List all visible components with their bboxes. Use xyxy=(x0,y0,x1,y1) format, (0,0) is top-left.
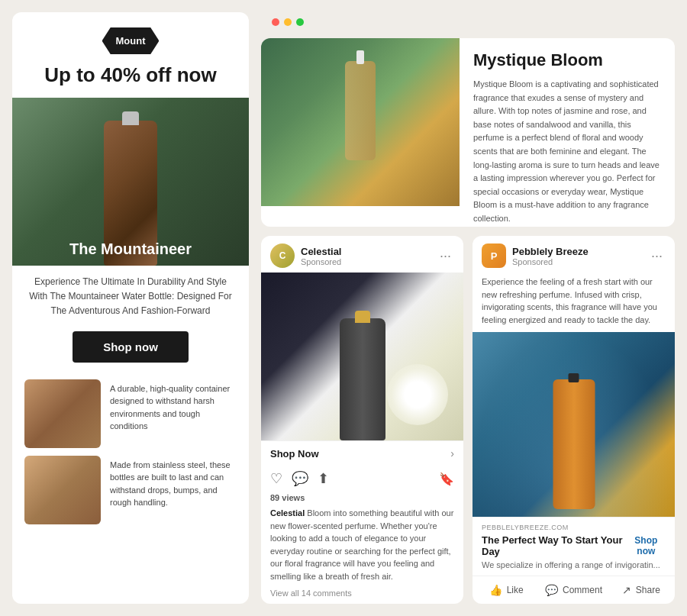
product-thumbnail-1 xyxy=(24,379,101,448)
pebblely-description: Experience the feeling of a fresh start … xyxy=(473,273,675,332)
chevron-right-icon: › xyxy=(450,447,454,460)
hero-image: The Mountaineer xyxy=(12,98,249,266)
mystique-bottle xyxy=(345,61,376,160)
mystique-info: Mystique Bloom Mystique Bloom is a capti… xyxy=(460,38,675,227)
like-label: Like xyxy=(507,585,524,595)
celestial-body-text: Celestial Bloom into something beautiful… xyxy=(261,504,463,587)
product-row-1: A durable, high-quality container design… xyxy=(12,372,249,448)
pebblely-more-button[interactable]: ··· xyxy=(648,248,666,264)
pebblely-image xyxy=(473,332,675,517)
celestial-bottle xyxy=(340,318,385,440)
pebblely-header-text: Pebblely Breeze Sponsored xyxy=(512,246,642,266)
comment-label: Comment xyxy=(563,585,602,595)
pebblely-brand: Pebblely Breeze xyxy=(512,246,642,257)
left-panel: Mount Up to 40% off now The Mountaineer … xyxy=(12,12,249,604)
mystique-description: Mystique Bloom is a captivating and soph… xyxy=(473,78,661,226)
share-icon[interactable]: ⬆ xyxy=(318,470,329,487)
pebblely-card: P Pebblely Breeze Sponsored ··· Experien… xyxy=(473,236,675,604)
comment-icon[interactable]: 💬 xyxy=(292,470,308,487)
share-button[interactable]: ↗ Share xyxy=(608,581,675,599)
shop-now-button[interactable]: Shop now xyxy=(73,331,189,363)
mystique-card: Mystique Bloom Mystique Bloom is a capti… xyxy=(261,38,675,227)
pebblely-sponsored: Sponsored xyxy=(512,257,642,266)
pebblely-bottle xyxy=(553,379,595,509)
pebblely-title-row: The Perfect Way To Start Your Day Shop n… xyxy=(482,534,666,557)
mystique-top: Mystique Bloom Mystique Bloom is a capti… xyxy=(261,38,675,227)
celestial-body-content: Bloom into something beautiful with our … xyxy=(270,508,453,581)
mystique-title: Mystique Bloom xyxy=(473,50,661,70)
celestial-actions: ♡ 💬 ⬆ 🔖 xyxy=(261,466,463,492)
pebblely-bottom: PEBBLELYBREEZE.COM The Perfect Way To St… xyxy=(473,517,675,576)
views-count: 89 views xyxy=(261,492,463,504)
celestial-card: C Celestial Sponsored ··· Shop Now › ♡ 💬… xyxy=(261,236,463,604)
bottom-row: C Celestial Sponsored ··· Shop Now › ♡ 💬… xyxy=(261,236,675,604)
right-panel: Mystique Bloom Mystique Bloom is a capti… xyxy=(261,12,675,604)
share-arrow-icon: ↗ xyxy=(622,584,631,596)
pebblely-title: The Perfect Way To Start Your Day xyxy=(482,534,627,557)
minimize-dot[interactable] xyxy=(284,18,292,26)
celestial-shop-bar[interactable]: Shop Now › xyxy=(261,440,463,466)
celestial-image xyxy=(261,273,463,440)
product-description-1: A durable, high-quality container design… xyxy=(110,379,237,448)
comment-button[interactable]: 💬 Comment xyxy=(540,581,607,599)
share-label: Share xyxy=(636,585,660,595)
brand-badge: Mount xyxy=(102,27,160,54)
headline: Up to 40% off now xyxy=(29,63,231,87)
celestial-brand-bold: Celestial xyxy=(270,508,305,518)
bookmark-icon[interactable]: 🔖 xyxy=(439,472,454,486)
celestial-avatar: C xyxy=(270,243,295,268)
thumb-up-icon: 👍 xyxy=(489,584,502,596)
celestial-header: C Celestial Sponsored ··· xyxy=(261,236,463,273)
hero-caption: The Mountaineer xyxy=(12,240,249,258)
pebblely-avatar: P xyxy=(482,243,506,268)
pebblely-subtitle: We specialize in offering a range of inv… xyxy=(482,560,666,569)
mystique-main-image xyxy=(261,38,460,206)
view-comments-link[interactable]: View all 14 comments xyxy=(261,587,463,604)
celestial-shop-now-text: Shop Now xyxy=(270,448,319,460)
celestial-header-text: Celestial Sponsored xyxy=(301,246,431,266)
pebblely-url: PEBBLELYBREEZE.COM xyxy=(482,524,666,531)
pebblely-header: P Pebblely Breeze Sponsored ··· xyxy=(473,236,675,273)
celestial-brand: Celestial xyxy=(301,246,431,257)
celestial-more-button[interactable]: ··· xyxy=(437,248,454,264)
heart-icon[interactable]: ♡ xyxy=(270,470,282,487)
product-thumbnail-2 xyxy=(24,456,101,524)
flower-decoration xyxy=(387,364,448,425)
close-dot[interactable] xyxy=(272,18,279,26)
product-subtext: Experience The Ultimate In Durability An… xyxy=(12,266,249,322)
product-description-2: Made from stainless steel, these bottles… xyxy=(110,456,237,524)
window-controls xyxy=(261,12,675,29)
product-row-2: Made from stainless steel, these bottles… xyxy=(12,448,249,524)
comment-bubble-icon: 💬 xyxy=(545,584,558,596)
celestial-sponsored: Sponsored xyxy=(301,257,431,266)
pebblely-shop-now-button[interactable]: Shop now xyxy=(627,535,666,556)
like-button[interactable]: 👍 Like xyxy=(473,581,540,599)
facebook-actions: 👍 Like 💬 Comment ↗ Share xyxy=(473,576,675,604)
maximize-dot[interactable] xyxy=(296,18,304,26)
